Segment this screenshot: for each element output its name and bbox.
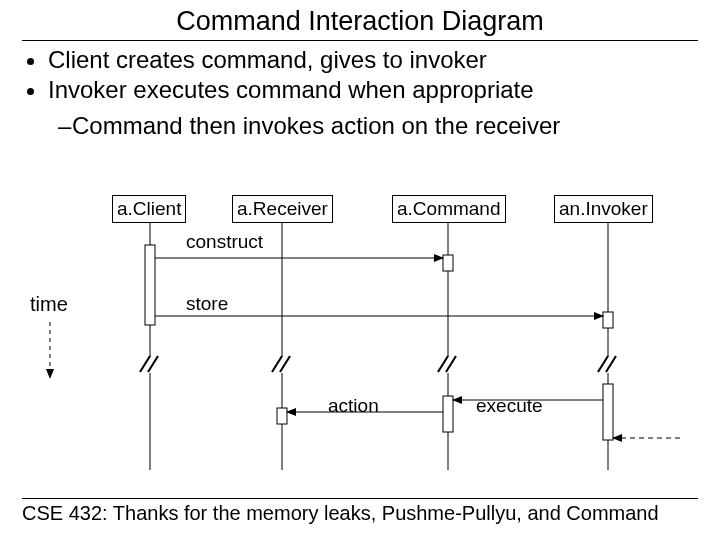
bullet-list: Client creates command, gives to invoker…	[22, 44, 698, 106]
bullet-1: Client creates command, gives to invoker	[48, 46, 698, 74]
svg-rect-20	[443, 396, 453, 432]
svg-rect-16	[145, 245, 155, 325]
slide: Command Interaction Diagram Client creat…	[0, 0, 720, 540]
sub-bullet-text: Command then invokes action on the recei…	[72, 112, 560, 139]
footer-rule	[22, 498, 698, 499]
slide-title: Command Interaction Diagram	[0, 6, 720, 37]
sub-bullet: –Command then invokes action on the rece…	[58, 112, 560, 140]
svg-rect-21	[277, 408, 287, 424]
time-break-icon	[140, 356, 616, 372]
title-rule	[22, 40, 698, 41]
svg-rect-19	[603, 384, 613, 440]
bullet-2: Invoker executes command when appropriat…	[48, 76, 698, 104]
footer-text: CSE 432: Thanks for the memory leaks, Pu…	[22, 502, 659, 525]
svg-rect-18	[603, 312, 613, 328]
svg-rect-17	[443, 255, 453, 271]
sequence-diagram	[0, 150, 720, 490]
